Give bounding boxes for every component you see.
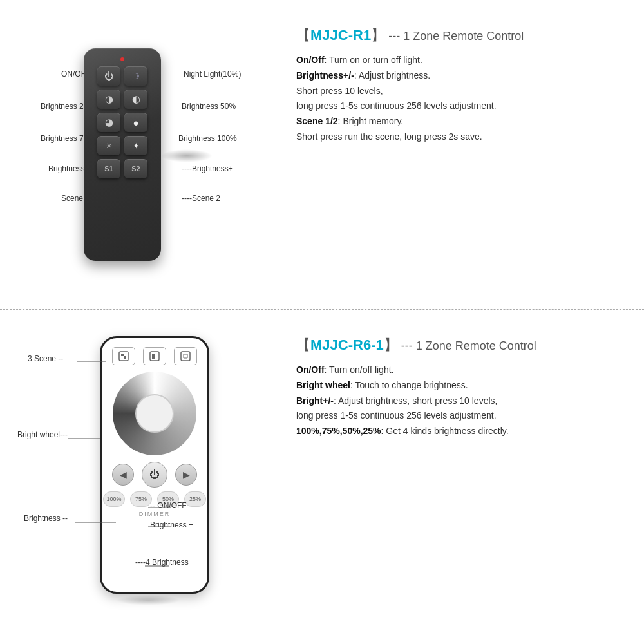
svg-rect-2: [124, 356, 126, 359]
nav-row-r2: ◀ ⏻ ▶: [112, 462, 197, 488]
scene-detail-r1: Short press run the scene, long press 2s…: [296, 129, 625, 145]
pct-label-r2: 100%,75%,50%,25%: [296, 426, 381, 436]
remote2-area: 3 Scene -- Bright wheel--- Brightness --: [0, 323, 277, 618]
bracket-open-r1: 【: [296, 27, 310, 43]
btn-power-r2[interactable]: ⏻: [142, 462, 167, 488]
btn-power[interactable]: ⏻: [97, 66, 120, 86]
label-scene2: ----Scene 2: [182, 194, 220, 203]
row-scene: S1 S2: [97, 159, 147, 178]
wheel-inner: [135, 394, 174, 433]
btn-scene2[interactable]: S2: [124, 159, 147, 178]
info-area-r2: 【MJJC-R6-1】 --- 1 Zone Remote Control On…: [277, 323, 644, 618]
info-text-r1: On/Off: Turn on or turn off light. Brigh…: [296, 53, 625, 145]
label-bplus: ----Brightness+: [182, 164, 233, 173]
subtitle-r1: --- 1 Zone Remote Control: [385, 30, 524, 43]
row-brightness-low: ◑ ◑: [97, 90, 147, 109]
bracket-open-r2: 【: [296, 337, 310, 353]
btn-25pct[interactable]: 25%: [184, 491, 206, 507]
scene-row-r2: [112, 347, 197, 365]
pct-text-r2: : Get 4 kinds brightness directly.: [381, 426, 509, 436]
scene1-label: S1: [104, 165, 113, 173]
remote1-area: ON/OFF --- Brightness 25% -- Brightness …: [0, 13, 277, 296]
bracket-close-r2: 】: [384, 337, 398, 353]
label-night-light: Night Light(10%): [184, 70, 241, 79]
bright-wheel-label-r2: Bright wheel: [296, 380, 350, 390]
subtitle-r2: --- 1 Zone Remote Control: [398, 339, 536, 352]
bright-wheel-text-r2: : Touch to change brightness.: [350, 380, 468, 390]
btn-brightness-minus-r2[interactable]: ◀: [112, 464, 134, 486]
label-brightness-r2: Brightness --: [24, 514, 68, 523]
btn-b75[interactable]: ◕: [97, 113, 120, 132]
info-area-r1: 【MJJC-R1】 --- 1 Zone Remote Control On/O…: [277, 13, 644, 296]
label-3scene: 3 Scene --: [28, 354, 63, 363]
btn-scene-a[interactable]: [112, 347, 135, 365]
svg-rect-6: [181, 352, 190, 361]
label-onoff-r2: -- ON/OFF: [150, 501, 187, 510]
onoff-label-r1: On/Off: [296, 55, 325, 65]
scene2-label: S2: [131, 165, 140, 173]
brightpm-text2-r2: long press 1-5s continuous 256 levels ad…: [296, 408, 625, 424]
row-brightness-pm: ✳ ✦: [97, 136, 147, 155]
power-indicator: [120, 57, 124, 61]
btn-brightness-plus[interactable]: ✦: [124, 136, 147, 155]
btn-brightness-minus[interactable]: ✳: [97, 136, 120, 155]
scene-text-r1: : Bright memory.: [338, 116, 404, 126]
row-power: ⏻ ☽: [97, 66, 147, 86]
svg-rect-4: [152, 354, 155, 356]
wheel-outer: [113, 372, 196, 455]
brightness-text-r1: : Adjust brightness.: [354, 70, 430, 80]
onoff-text-r2: : Turn on/off light.: [325, 365, 394, 375]
btn-scene-c[interactable]: [174, 347, 197, 365]
label-b50: Brightness 50%: [182, 102, 236, 111]
onoff-text-r1: : Turn on or turn off light.: [325, 55, 422, 65]
scene-label-r1: Scene 1/2: [296, 116, 338, 126]
bright-wheel[interactable]: [113, 372, 196, 455]
remote2-wrapper: 3 Scene -- Bright wheel--- Brightness --: [16, 326, 261, 616]
btn-b100[interactable]: ●: [124, 113, 147, 132]
info-text-r2: On/Off: Turn on/off light. Bright wheel:…: [296, 363, 625, 439]
remote1-wrapper: ON/OFF --- Brightness 25% -- Brightness …: [29, 26, 248, 283]
svg-rect-5: [152, 356, 155, 359]
btn-scene-b[interactable]: [143, 347, 166, 365]
brightpm-text-r2: : Adjust brightness, short press 10 leve…: [334, 395, 497, 406]
dimmer-label: DIMMER: [139, 511, 171, 517]
btn-100pct[interactable]: 100%: [103, 491, 125, 507]
model-r1: MJJC-R1: [310, 27, 371, 43]
label-b100: Brightness 100%: [178, 134, 237, 143]
brightness-label-r1: Brightness+/-: [296, 70, 354, 80]
bracket-close-r1: 】: [371, 27, 385, 43]
short-press-r1: Short press 10 levels,: [296, 84, 625, 99]
btn-b25[interactable]: ◑: [97, 90, 120, 109]
label-bright-wheel: Bright wheel---: [17, 430, 68, 439]
brightpm-label-r2: Bright+/-: [296, 395, 334, 406]
remote1-body: ⏻ ☽ ◑ ◑: [84, 48, 161, 261]
label-4brightness: ----4 Brightness: [135, 558, 189, 567]
long-press-r1: long press 1-5s continuous 256 levels ad…: [296, 99, 625, 114]
remote1-shadow: [161, 149, 213, 162]
model-r2: MJJC-R6-1: [310, 337, 384, 353]
onoff-label-r2: On/Off: [296, 365, 325, 375]
label-brightness-plus-r2: Brightness +: [150, 520, 193, 529]
remote2-shadow: [116, 595, 180, 605]
product-title-r2: 【MJJC-R6-1】 --- 1 Zone Remote Control: [296, 336, 625, 355]
btn-night-light[interactable]: ☽: [124, 66, 147, 86]
product-title-r1: 【MJJC-R1】 --- 1 Zone Remote Control: [296, 26, 625, 45]
btn-75pct[interactable]: 75%: [130, 491, 152, 507]
row-brightness-high: ◕ ●: [97, 113, 147, 132]
btn-b50[interactable]: ◑: [124, 90, 147, 109]
btn-scene1[interactable]: S1: [97, 159, 120, 178]
svg-rect-1: [121, 354, 124, 356]
remote2-body: ◀ ⏻ ▶ 100% 75% 50% 25% DIMMER: [100, 336, 209, 594]
btn-brightness-plus-r2[interactable]: ▶: [175, 464, 197, 486]
